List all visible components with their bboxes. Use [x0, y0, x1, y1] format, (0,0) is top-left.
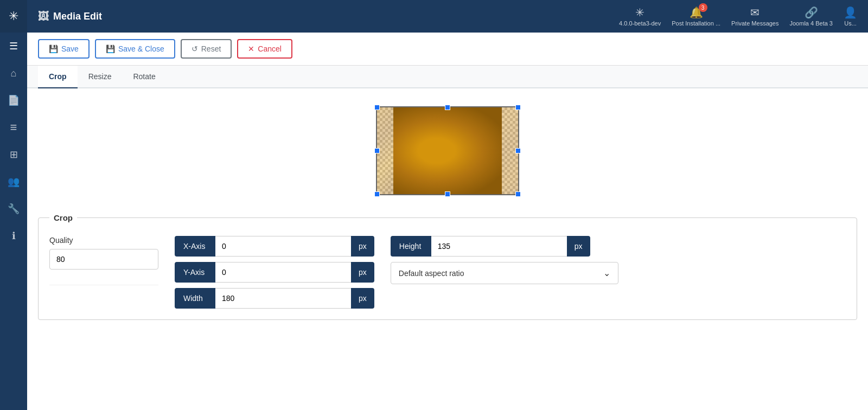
action-toolbar: 💾 Save 💾 Save & Close ↺ Reset ✕ Cancel: [27, 33, 868, 66]
width-unit: px: [351, 288, 374, 309]
sidebar-item-info[interactable]: ℹ: [0, 222, 27, 249]
quality-label: Quality: [49, 236, 158, 245]
crop-legend: Crop: [49, 213, 77, 222]
save-close-icon: 💾: [106, 44, 115, 53]
sidebar: ✳ ☰ ⌂ 📄 ≡ ⊞ 👥 🔧 ℹ: [0, 0, 27, 410]
sidebar-item-menu[interactable]: ≡: [0, 114, 27, 141]
joomla-logo-icon: ✳: [9, 9, 18, 23]
sidebar-item-content[interactable]: 📄: [0, 87, 27, 114]
main-content: 🖼 Media Edit ✳ 4.0.0-beta3-dev 🔔 3 Post …: [27, 0, 868, 410]
joomla-icon: ✳: [635, 6, 644, 19]
topbar-joomla4[interactable]: 🔗 Joomla 4 Beta 3: [790, 6, 833, 27]
height-input[interactable]: [431, 236, 567, 257]
reset-button[interactable]: ↺ Reset: [181, 39, 232, 59]
sidebar-item-home[interactable]: ⌂: [0, 60, 27, 87]
settings-icon: 🔧: [8, 203, 20, 215]
x-axis-label: X-Axis: [175, 236, 215, 257]
image-preview-area: [27, 88, 868, 208]
image-preview: [377, 107, 518, 194]
food-image: [393, 107, 502, 194]
menu-icon: ≡: [10, 120, 17, 134]
sidebar-item-users[interactable]: 👥: [0, 168, 27, 195]
users-icon: 👥: [8, 176, 20, 188]
crop-container[interactable]: [376, 106, 519, 195]
width-group: Width px: [175, 288, 374, 309]
tab-resize[interactable]: Resize: [78, 66, 123, 88]
quality-divider: [49, 285, 158, 285]
x-axis-group: X-Axis px: [175, 236, 374, 257]
aspect-ratio-label: Default aspect ratio: [399, 269, 464, 278]
topbar-actions: ✳ 4.0.0-beta3-dev 🔔 3 Post Installation …: [619, 6, 857, 27]
height-unit: px: [567, 236, 590, 257]
sidebar-item-settings[interactable]: 🔧: [0, 195, 27, 222]
sidebar-item-components[interactable]: ⊞: [0, 141, 27, 168]
components-icon: ⊞: [10, 149, 18, 161]
page-title: Media Edit: [53, 11, 102, 22]
notification-wrapper: 🔔 3: [690, 6, 703, 19]
aspect-ratio-select[interactable]: Default aspect ratio ⌄: [391, 262, 618, 284]
notification-badge: 3: [699, 3, 707, 12]
cancel-icon: ✕: [248, 44, 254, 53]
topbar-title-section: 🖼 Media Edit: [38, 10, 614, 23]
topbar-post-installation[interactable]: 🔔 3 Post Installation ...: [672, 6, 720, 27]
width-label: Width: [175, 288, 215, 309]
y-axis-unit: px: [351, 262, 374, 283]
height-label: Height: [391, 236, 431, 257]
y-axis-group: Y-Axis px: [175, 262, 374, 283]
cancel-button[interactable]: ✕ Cancel: [237, 39, 292, 59]
y-axis-label: Y-Axis: [175, 262, 215, 283]
height-group: Height px: [391, 236, 618, 257]
envelope-icon: ✉: [750, 6, 760, 19]
width-input[interactable]: [215, 288, 351, 309]
crop-handle-bl[interactable]: [374, 191, 380, 197]
save-button[interactable]: 💾 Save: [38, 39, 90, 59]
content-icon: 📄: [8, 94, 20, 106]
save-icon: 💾: [49, 44, 58, 53]
crop-form-grid: Quality X-Axis px: [49, 236, 846, 309]
quality-input[interactable]: [49, 249, 158, 270]
crop-handle-br[interactable]: [515, 191, 521, 197]
content-area: Crop Resize Rotate: [27, 66, 868, 410]
crop-handle-tr[interactable]: [515, 105, 521, 110]
topbar: 🖼 Media Edit ✳ 4.0.0-beta3-dev 🔔 3 Post …: [27, 0, 868, 33]
toggle-icon: ☰: [9, 40, 18, 52]
user-icon: 👤: [844, 6, 857, 19]
x-axis-input[interactable]: [215, 236, 351, 257]
chevron-down-icon: ⌄: [603, 268, 610, 278]
tab-crop[interactable]: Crop: [38, 66, 78, 88]
external-link-icon: 🔗: [805, 6, 818, 19]
crop-section: Crop Quality X-Axis px: [27, 208, 868, 331]
sidebar-item-toggle[interactable]: ☰: [0, 33, 27, 60]
quality-column: Quality: [49, 236, 158, 309]
height-column: Height px Default aspect ratio ⌄: [391, 236, 618, 309]
y-axis-input[interactable]: [215, 262, 351, 283]
crop-handle-bc[interactable]: [445, 191, 450, 197]
crop-handle-tl[interactable]: [374, 105, 380, 110]
sidebar-logo: ✳: [0, 0, 27, 33]
topbar-private-messages[interactable]: ✉ Private Messages: [731, 6, 778, 27]
topbar-user[interactable]: 👤 Us...: [844, 6, 857, 27]
topbar-version: ✳ 4.0.0-beta3-dev: [619, 6, 661, 27]
x-axis-unit: px: [351, 236, 374, 257]
crop-handle-mr[interactable]: [515, 148, 521, 153]
tab-bar: Crop Resize Rotate: [27, 66, 868, 88]
tab-rotate[interactable]: Rotate: [122, 66, 166, 88]
crop-handle-ml[interactable]: [374, 148, 380, 153]
axis-column: X-Axis px Y-Axis px Width: [175, 236, 374, 309]
reset-icon: ↺: [192, 44, 198, 53]
crop-fieldset: Crop Quality X-Axis px: [38, 213, 857, 320]
media-edit-icon: 🖼: [38, 10, 49, 23]
crop-handle-tc[interactable]: [445, 105, 450, 110]
save-close-button[interactable]: 💾 Save & Close: [95, 39, 175, 59]
info-icon: ℹ: [12, 230, 16, 242]
home-icon: ⌂: [11, 68, 17, 79]
